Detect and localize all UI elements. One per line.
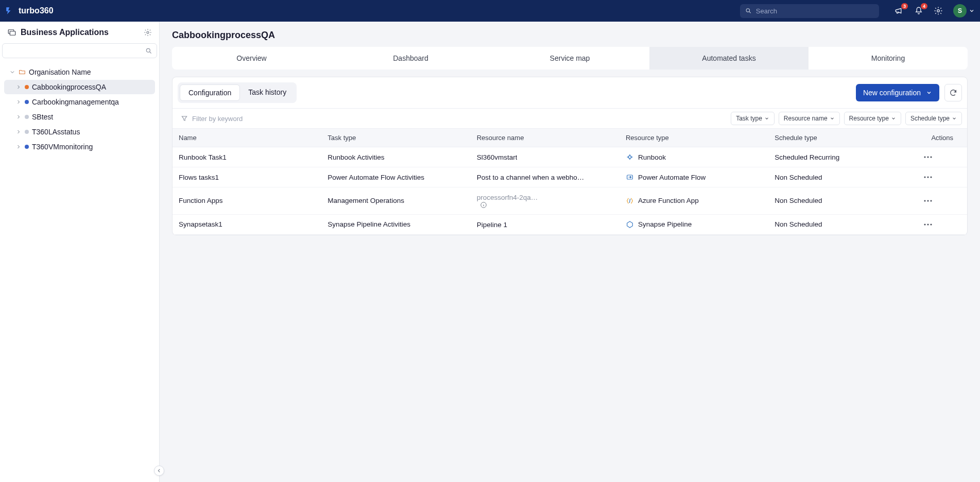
svg-point-0 <box>746 9 749 12</box>
nav-tab[interactable]: Automated tasks <box>649 47 809 70</box>
sidebar-item[interactable]: CabbookingprocessQA <box>4 80 155 94</box>
row-actions-button[interactable] <box>918 167 967 187</box>
col-resource-name[interactable]: Resource name <box>471 129 620 147</box>
sidebar-search[interactable] <box>2 43 157 58</box>
svg-line-1 <box>749 12 751 13</box>
subtab[interactable]: Configuration <box>180 84 240 101</box>
user-menu[interactable]: S <box>953 4 975 18</box>
automated-tasks-panel: ConfigurationTask history New configurat… <box>172 77 968 235</box>
refresh-icon <box>949 89 957 97</box>
brand-logo[interactable]: turbo360 <box>5 6 54 15</box>
svg-point-23 <box>924 223 925 225</box>
col-name[interactable]: Name <box>173 129 321 147</box>
table-row[interactable]: Runbook Task1 Runbook Activities Sl360vm… <box>173 147 967 167</box>
logo-icon <box>5 6 14 15</box>
gear-icon <box>934 6 943 15</box>
cell-schedule: Non Scheduled <box>768 167 917 187</box>
sidebar: Business Applications Organisation Name … <box>0 22 160 482</box>
status-dot <box>25 100 29 104</box>
notifications-button[interactable]: 4 <box>914 6 923 15</box>
chevron-down-icon <box>764 116 769 121</box>
sidebar-item-label: Carbookingmanagementqa <box>32 98 119 106</box>
announcements-button[interactable]: 3 <box>895 6 904 15</box>
table-row[interactable]: Synapsetask1 Synapse Pipeline Activities… <box>173 214 967 234</box>
svg-point-9 <box>924 156 925 158</box>
sidebar-search-input[interactable] <box>7 47 145 55</box>
svg-rect-4 <box>10 31 15 36</box>
avatar: S <box>953 4 967 18</box>
nav-tabs: OverviewDashboardService mapAutomated ta… <box>172 47 968 70</box>
svg-point-13 <box>924 176 925 178</box>
subtab[interactable]: Task history <box>240 84 295 101</box>
sidebar-item[interactable]: T360VMmonitoring <box>4 140 155 154</box>
sidebar-settings-icon[interactable] <box>144 28 152 37</box>
svg-point-20 <box>927 200 929 201</box>
brand-name: turbo360 <box>19 6 54 15</box>
filter-chip[interactable]: Resource name <box>779 112 840 125</box>
svg-point-19 <box>924 200 925 201</box>
apps-icon <box>7 28 16 37</box>
chevron-right-icon <box>15 114 22 120</box>
svg-point-8 <box>628 156 631 158</box>
cell-name: Runbook Task1 <box>173 147 321 167</box>
chevron-right-icon <box>15 99 22 105</box>
cell-name: Flows tasks1 <box>173 167 321 187</box>
cell-resource-type: Power Automate Flow <box>620 167 768 187</box>
table-row[interactable]: Function Apps Management Operations proc… <box>173 187 967 215</box>
filter-chip[interactable]: Resource type <box>844 112 901 125</box>
nav-tab[interactable]: Service map <box>490 47 649 70</box>
filter-chip[interactable]: Schedule type <box>905 112 962 125</box>
col-task-type[interactable]: Task type <box>321 129 470 147</box>
tasks-table: Name Task type Resource name Resource ty… <box>173 128 967 235</box>
tree-root-label: Organisation Name <box>29 68 91 76</box>
svg-point-2 <box>937 10 940 12</box>
settings-button[interactable] <box>934 6 943 15</box>
global-search-input[interactable] <box>756 7 874 15</box>
row-actions-button[interactable] <box>918 147 967 167</box>
sidebar-tree: Organisation Name CabbookingprocessQA Ca… <box>0 62 159 157</box>
sidebar-item[interactable]: T360LAsstatus <box>4 125 155 139</box>
svg-point-5 <box>147 31 149 33</box>
nav-tab[interactable]: Dashboard <box>331 47 490 70</box>
filter-input-wrap[interactable] <box>178 113 727 125</box>
svg-point-25 <box>930 223 932 225</box>
info-icon <box>480 201 487 209</box>
tree-root[interactable]: Organisation Name <box>4 65 155 79</box>
filter-chip[interactable]: Task type <box>731 112 775 125</box>
cell-schedule: Non Scheduled <box>768 187 917 215</box>
search-icon <box>145 47 152 55</box>
svg-point-11 <box>930 156 932 158</box>
table-row[interactable]: Flows tasks1 Power Automate Flow Activit… <box>173 167 967 187</box>
cell-resource-name: processorfn4-2qa… <box>471 187 620 215</box>
cell-resource-type: Azure Function App <box>620 187 768 215</box>
sidebar-item[interactable]: SBtest <box>4 110 155 124</box>
nav-tab[interactable]: Overview <box>172 47 331 70</box>
cell-resource-type: Synapse Pipeline <box>620 214 768 234</box>
more-horizontal-icon <box>924 223 932 226</box>
svg-point-24 <box>927 223 929 225</box>
chevron-down-icon <box>926 90 932 96</box>
filter-input[interactable] <box>192 115 724 123</box>
col-resource-type[interactable]: Resource type <box>620 129 768 147</box>
new-configuration-button[interactable]: New configuration <box>856 84 939 101</box>
sidebar-item[interactable]: Carbookingmanagementqa <box>4 95 155 109</box>
row-actions-button[interactable] <box>918 187 967 215</box>
svg-point-6 <box>146 48 150 52</box>
global-search[interactable] <box>740 4 879 18</box>
svg-point-10 <box>927 156 929 158</box>
chevron-down-icon <box>969 8 975 14</box>
col-schedule-type[interactable]: Schedule type <box>768 129 917 147</box>
chevron-left-icon <box>157 468 162 473</box>
chevron-right-icon <box>15 84 22 90</box>
status-dot <box>25 130 29 134</box>
svg-marker-22 <box>627 221 633 228</box>
sidebar-collapse-button[interactable] <box>154 466 164 476</box>
cell-resource-name: Post to a channel when a webhook … <box>471 167 620 187</box>
nav-tab[interactable]: Monitoring <box>809 47 968 70</box>
sidebar-item-label: T360VMmonitoring <box>32 143 93 151</box>
refresh-button[interactable] <box>944 84 962 101</box>
cell-task-type: Management Operations <box>321 187 470 215</box>
sidebar-item-label: SBtest <box>32 113 53 121</box>
row-actions-button[interactable] <box>918 214 967 234</box>
chevron-right-icon <box>15 129 22 135</box>
